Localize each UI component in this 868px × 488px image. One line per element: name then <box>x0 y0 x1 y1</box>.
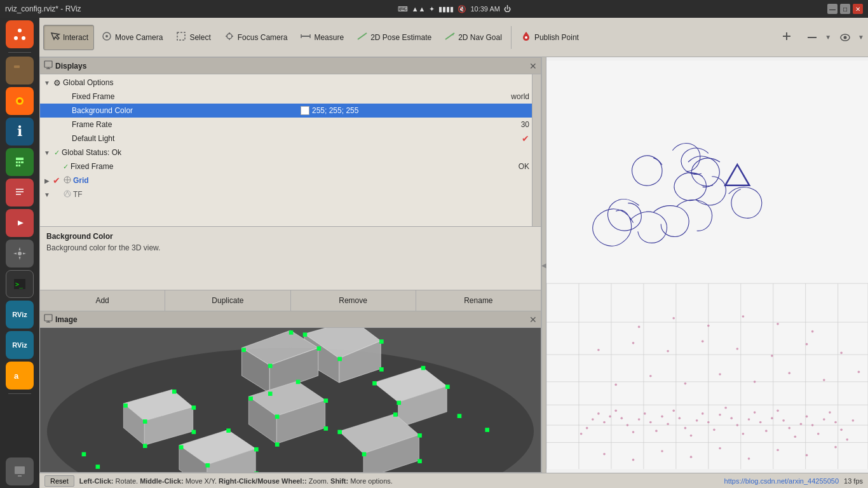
expand-grid[interactable]: ▶ <box>43 177 51 184</box>
bg-value-area: 255; 255; 255 <box>301 106 529 115</box>
displays-close[interactable]: ✕ <box>529 61 537 71</box>
default-light-value: ✔ <box>519 133 529 144</box>
shift-label: Shift: <box>330 477 348 485</box>
svg-point-162 <box>696 419 698 422</box>
dock-calc[interactable] <box>6 148 34 176</box>
rename-button[interactable]: Rename <box>416 290 541 311</box>
move-camera-button[interactable]: Move Camera <box>95 25 168 50</box>
dock-rviz1[interactable]: RViz <box>6 301 34 329</box>
ff-status-row[interactable]: ✓ Fixed Frame OK <box>40 159 532 173</box>
dock-files[interactable] <box>6 57 34 85</box>
svg-rect-88 <box>289 330 294 335</box>
eye-button[interactable] <box>834 25 857 50</box>
frame-rate-row[interactable]: Frame Rate 30 <box>40 118 532 132</box>
scrollbar[interactable] <box>532 74 541 226</box>
dock-info[interactable]: ℹ <box>6 118 34 146</box>
dock-writer[interactable] <box>6 179 34 207</box>
select-button[interactable]: Select <box>170 25 216 50</box>
add-button[interactable]: Add <box>40 290 165 311</box>
fixed-frame-row[interactable]: Fixed Frame world <box>40 90 532 104</box>
dock-firefox[interactable] <box>6 87 34 115</box>
bluetooth-icon: ✦ <box>429 5 435 13</box>
pose-estimate-button[interactable]: 2D Pose Estimate <box>351 25 437 50</box>
middle-click-label: Middle-Click: <box>140 477 183 485</box>
svg-point-167 <box>724 407 727 409</box>
displays-icon <box>44 60 53 71</box>
duplicate-button[interactable]: Duplicate <box>165 290 290 311</box>
svg-rect-86 <box>192 430 196 435</box>
default-light-row[interactable]: Default Light ✔ <box>40 132 532 146</box>
svg-rect-102 <box>296 380 301 384</box>
svg-point-220 <box>811 330 814 333</box>
focus-camera-button[interactable]: Focus Camera <box>218 25 294 50</box>
eye-dropdown[interactable]: ▼ <box>834 25 864 50</box>
svg-point-185 <box>829 411 831 414</box>
global-status-row[interactable]: ▼ ✓ Global Status: Ok <box>40 146 532 159</box>
nav-goal-button[interactable]: 2D Nav Goal <box>438 25 508 50</box>
svg-point-157 <box>667 423 669 425</box>
interact-button[interactable]: Interact <box>43 25 94 50</box>
svg-rect-107 <box>179 445 184 450</box>
toolbar-separator <box>511 26 512 49</box>
volume-icon: 🔇 <box>458 5 466 13</box>
expand-global[interactable]: ▼ <box>43 79 51 86</box>
maximize-button[interactable]: □ <box>840 4 850 14</box>
tray-area: ⌨ ▲▲ ✦ ▮▮▮▮ 🔇 10:39 AM ⏻ <box>398 5 511 13</box>
svg-point-202 <box>719 373 721 376</box>
desc-title: Background Color <box>46 232 534 241</box>
measure-button[interactable]: Measure <box>294 25 349 50</box>
desc-text: Background color for the 3D view. <box>46 243 534 252</box>
dock-terminal[interactable]: >_ <box>6 270 34 298</box>
svg-point-206 <box>858 371 860 374</box>
resize-handle[interactable] <box>541 57 546 473</box>
move-camera-label: Move Camera <box>115 33 163 42</box>
dock-impress[interactable] <box>6 209 34 237</box>
svg-rect-123 <box>546 61 868 470</box>
dock-ubuntu[interactable] <box>6 20 34 48</box>
close-button[interactable]: ✕ <box>853 4 863 14</box>
image-close[interactable]: ✕ <box>529 315 537 325</box>
svg-rect-91 <box>268 391 273 396</box>
3d-view[interactable] <box>546 57 868 473</box>
minimize-button[interactable]: — <box>827 4 837 14</box>
frame-rate-label: Frame Rate <box>72 120 519 129</box>
svg-rect-20 <box>16 194 21 195</box>
svg-point-201 <box>684 383 687 385</box>
svg-rect-121 <box>458 414 462 418</box>
fixed-frame-label: Fixed Frame <box>72 92 508 101</box>
svg-point-203 <box>754 381 756 383</box>
expand-gs[interactable]: ▼ <box>43 149 51 156</box>
focus-camera-label: Focus Camera <box>238 33 288 42</box>
status-text: Left-Click: Rotate. Middle-Click: Move X… <box>79 477 719 485</box>
svg-rect-108 <box>226 428 231 433</box>
expand-tf[interactable]: ▼ <box>43 191 51 198</box>
grid-row[interactable]: ▶ ✔ Grid <box>40 173 532 187</box>
status-url[interactable]: https://blog.csdn.net/arxin_44255050 <box>724 477 839 485</box>
remove-button[interactable]: Remove <box>291 290 416 311</box>
view-dropdown[interactable]: ▼ <box>801 25 831 50</box>
tf-row[interactable]: ▼ TF <box>40 187 532 201</box>
dock-settings[interactable] <box>6 240 34 268</box>
displays-tree[interactable]: ▼ ⚙ Global Options Fixed Frame world <box>40 74 541 226</box>
background-color-row[interactable]: Background Color 255; 255; 255 <box>40 104 532 118</box>
more-text: More options. <box>350 477 393 485</box>
svg-point-190 <box>603 453 606 456</box>
dock-rviz2[interactable]: RViz <box>6 331 34 359</box>
reset-button[interactable]: Reset <box>44 475 74 487</box>
svg-point-184 <box>823 418 825 421</box>
minus-button[interactable] <box>801 25 824 50</box>
dock-amazon[interactable]: a <box>6 362 34 390</box>
dock-show-desktop[interactable] <box>6 458 34 485</box>
publish-point-button[interactable]: Publish Point <box>515 25 585 50</box>
global-options-row[interactable]: ▼ ⚙ Global Options <box>40 76 532 90</box>
pose-estimate-label: 2D Pose Estimate <box>370 33 431 42</box>
right-click-label: Right-Click/Mouse Wheel:: <box>219 477 307 485</box>
fixed-frame-value: world <box>508 92 529 101</box>
svg-rect-83 <box>143 419 147 424</box>
add-axis-button[interactable] <box>775 25 798 50</box>
svg-rect-119 <box>96 464 100 469</box>
displays-panel: Displays ✕ ▼ ⚙ Global Options <box>39 57 541 311</box>
svg-rect-99 <box>445 384 450 389</box>
svg-point-181 <box>806 416 808 418</box>
global-options-label: Global Options <box>63 78 529 87</box>
